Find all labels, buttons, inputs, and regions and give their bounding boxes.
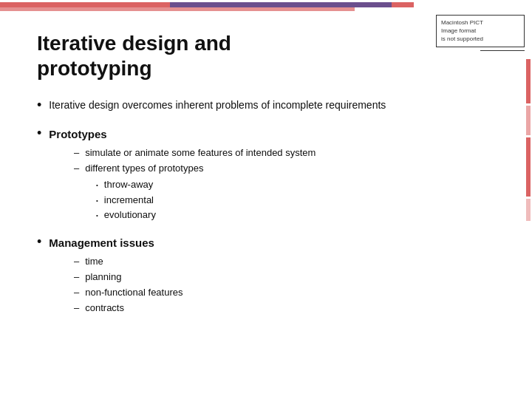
management-sub-list: – time – planning – non-functional featu…: [74, 255, 502, 316]
main-content: Iterative design and prototyping • Itera…: [30, 31, 502, 316]
bullet-section-2: • Prototypes – simulate or animate some …: [37, 126, 502, 222]
sub-dash-3: –: [74, 255, 79, 268]
bullet-text-2: Prototypes: [49, 126, 106, 142]
right-bar: [526, 59, 532, 318]
bullet-main-2: • Prototypes: [37, 126, 502, 142]
bullet-main-3: • Management issues: [37, 235, 502, 250]
sub-item-contracts-text: contracts: [85, 301, 124, 315]
sub-sub-incremental: • incremental: [96, 194, 502, 207]
top-bar: [0, 0, 532, 13]
sub-sub-bullet-3: •: [96, 211, 98, 219]
bullet-text-1: Iterative design overcomes inherent prob…: [49, 98, 386, 113]
bullet-main-1: • Iterative design overcomes inherent pr…: [37, 98, 502, 113]
sub-dash-2: –: [74, 162, 79, 175]
sub-sub-throwaway: • throw-away: [96, 178, 502, 191]
sub-dash-5: –: [74, 286, 79, 299]
sub-sub-evolutionary-text: evolutionary: [104, 208, 156, 222]
sub-item-nonfunctional: – non-functional features: [74, 286, 502, 299]
sub-item-planning-text: planning: [85, 270, 121, 284]
sub-item-different-text: different types of prototypes: [85, 162, 203, 175]
stripe-blue: [170, 2, 392, 7]
sub-dash-1: –: [74, 146, 79, 160]
bullet-section-1: • Iterative design overcomes inherent pr…: [37, 98, 502, 113]
stripe-red-2: [0, 7, 355, 11]
prototypes-sub-list: – simulate or animate some features of i…: [74, 146, 502, 222]
slide-title-line2: prototyping: [37, 57, 152, 80]
pict-notice-line: [480, 50, 525, 51]
bullet-dot-2: •: [37, 126, 41, 141]
sub-sub-bullet-2: •: [96, 197, 98, 205]
right-bar-piece-4: [526, 199, 531, 221]
bullet-text-3: Management issues: [49, 235, 154, 250]
bullet-dot-3: •: [37, 235, 41, 250]
sub-item-planning: – planning: [74, 270, 502, 284]
sub-sub-throwaway-text: throw-away: [104, 178, 153, 191]
sub-item-different: – different types of prototypes: [74, 162, 502, 175]
sub-dash-4: –: [74, 270, 79, 284]
slide-container: Macintosh PICT Image format is not suppo…: [0, 0, 532, 399]
bullet-section-3: • Management issues – time – planning – …: [37, 235, 502, 316]
right-bar-piece-2: [526, 106, 531, 135]
sub-sub-incremental-text: incremental: [104, 194, 154, 207]
sub-sub-bullet-1: •: [96, 181, 98, 189]
sub-item-time-text: time: [85, 255, 103, 268]
pict-notice: Macintosh PICT Image format is not suppo…: [436, 15, 525, 51]
sub-dash-6: –: [74, 301, 79, 315]
slide-title-line1: Iterative design and: [37, 32, 231, 55]
sub-item-contracts: – contracts: [74, 301, 502, 315]
right-bar-piece-3: [526, 137, 531, 197]
prototype-types-list: • throw-away • incremental • evolutionar…: [96, 178, 502, 222]
sub-item-simulate: – simulate or animate some features of i…: [74, 146, 502, 160]
right-bar-piece-1: [526, 59, 531, 103]
sub-item-simulate-text: simulate or animate some features of int…: [85, 146, 316, 160]
sub-sub-evolutionary: • evolutionary: [96, 208, 502, 222]
sub-item-nonfunctional-text: non-functional features: [85, 286, 183, 299]
slide-title: Iterative design and prototyping: [37, 31, 502, 81]
bullet-dot-1: •: [37, 98, 41, 113]
pict-notice-text: Macintosh PICT Image format is not suppo…: [436, 15, 525, 47]
sub-item-time: – time: [74, 255, 502, 268]
